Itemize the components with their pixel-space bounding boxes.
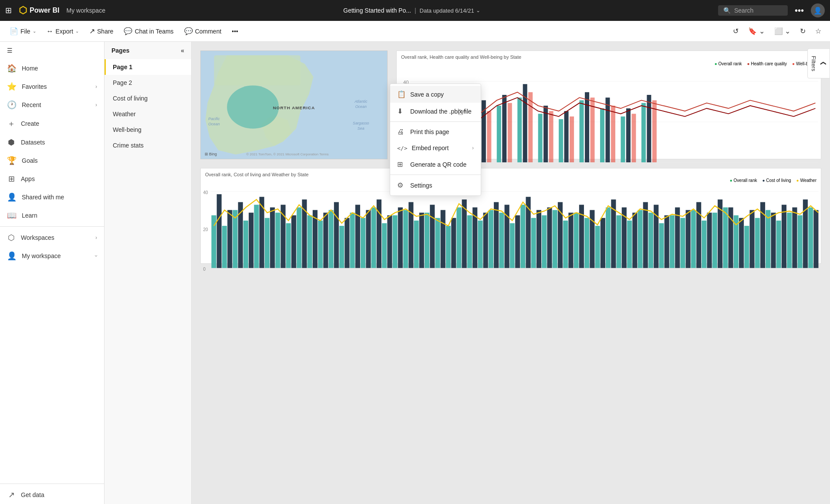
svg-rect-124 xyxy=(270,208,275,268)
svg-rect-43 xyxy=(570,117,574,162)
svg-text:Sea: Sea xyxy=(358,126,364,131)
svg-rect-85 xyxy=(456,208,461,268)
page-item-costofliving[interactable]: Cost of living xyxy=(105,91,191,106)
grid-icon[interactable]: ⊞ xyxy=(5,6,12,15)
svg-text:NORTH AMERICA: NORTH AMERICA xyxy=(273,105,315,110)
sidebar-item-create[interactable]: ＋ Create xyxy=(0,114,104,133)
svg-rect-102 xyxy=(638,210,642,268)
export-icon: ↔ xyxy=(47,27,54,35)
top-bar: ⊞ ⬡ Power BI My workspace Getting Starte… xyxy=(0,0,830,21)
sidebar-item-myworkspace[interactable]: 👤 My workspace › xyxy=(0,247,104,265)
svg-text:⊞ Bing: ⊞ Bing xyxy=(205,152,217,156)
svg-rect-53 xyxy=(641,103,646,162)
page-item-page1[interactable]: Page 1 xyxy=(105,59,191,75)
page-item-crimestats[interactable]: Crime stats xyxy=(105,138,191,153)
embed-label: Embed report xyxy=(412,144,449,151)
share-button[interactable]: ↗ Share xyxy=(85,24,118,38)
svg-rect-100 xyxy=(617,215,621,268)
svg-rect-145 xyxy=(494,202,499,268)
svg-rect-79 xyxy=(393,215,398,268)
dropdown-print[interactable]: 🖨 Print this page xyxy=(390,124,481,140)
sidebar-item-apps[interactable]: ⊞ Apps xyxy=(0,170,104,188)
more-icon: ••• xyxy=(232,28,238,35)
page-item-wellbeing[interactable]: Well-being xyxy=(105,122,191,138)
embed-submenu-icon: › xyxy=(472,145,474,151)
svg-text:Ocean: Ocean xyxy=(355,104,367,109)
sidebar-item-workspaces[interactable]: ⬡ Workspaces › xyxy=(0,228,104,247)
data-updated: Data updated 6/14/21 ⌄ xyxy=(420,7,480,14)
svg-rect-141 xyxy=(451,218,456,268)
svg-rect-66 xyxy=(254,205,259,268)
svg-rect-68 xyxy=(275,213,280,268)
title-separator: | xyxy=(415,7,416,14)
dropdown-settings[interactable]: ⚙ Settings xyxy=(390,177,481,194)
favorites-chevron-icon: › xyxy=(95,84,97,90)
fit-page-button[interactable]: ⬜ ⌄ xyxy=(771,24,794,38)
sidebar-item-home[interactable]: 🏠 Home xyxy=(0,59,104,77)
bookmark-button[interactable]: 🔖 ⌄ xyxy=(745,24,768,38)
sidebar-item-getdata[interactable]: ↗ Get data xyxy=(0,486,104,504)
file-chevron-icon: ⌄ xyxy=(33,29,36,34)
search-box[interactable]: 🔍 Search xyxy=(718,5,788,16)
dropdown-save-copy[interactable]: 📋 Save a copy xyxy=(390,86,481,103)
svg-rect-110 xyxy=(723,208,728,268)
svg-rect-173 xyxy=(792,208,797,268)
qr-label: Generate a QR code xyxy=(410,161,466,168)
refresh-button[interactable]: ↻ xyxy=(796,24,809,38)
download-icon: ⬇ xyxy=(397,107,406,115)
svg-rect-95 xyxy=(563,221,568,268)
more-options-icon[interactable]: ••• xyxy=(791,4,807,17)
share-label: Share xyxy=(97,28,113,35)
crimestats-label: Crime stats xyxy=(113,142,144,149)
dropdown-divider-1 xyxy=(390,121,481,122)
svg-rect-91 xyxy=(520,205,525,268)
svg-rect-99 xyxy=(606,208,611,268)
svg-rect-64 xyxy=(233,210,237,268)
svg-rect-54 xyxy=(647,95,651,162)
dropdown-embed-report[interactable]: </> Embed report › xyxy=(390,140,481,156)
svg-rect-33 xyxy=(502,95,506,162)
svg-rect-35 xyxy=(517,97,522,162)
comment-button[interactable]: 💬 Comment xyxy=(180,24,226,38)
file-button[interactable]: 📄 File ⌄ xyxy=(5,24,40,38)
sidebar-label-workspaces: Workspaces xyxy=(21,234,54,241)
undo-button[interactable]: ↺ xyxy=(729,24,742,38)
app-logo: ⬡ Power BI xyxy=(19,5,59,16)
sidebar-item-goals[interactable]: 🏆 Goals xyxy=(0,151,104,170)
svg-rect-44 xyxy=(580,100,584,162)
toolbar-right-icons: ↺ 🔖 ⌄ ⬜ ⌄ ↻ ☆ xyxy=(729,24,825,38)
home-icon: 🏠 xyxy=(7,64,17,73)
favorite-star-button[interactable]: ☆ xyxy=(812,24,825,38)
sidebar-collapse-button[interactable]: ☰ xyxy=(0,42,104,59)
pages-collapse-button[interactable]: « xyxy=(181,47,184,54)
page-item-page2[interactable]: Page 2 xyxy=(105,75,191,91)
export-button[interactable]: ↔ Export ⌄ xyxy=(42,25,83,38)
filter-panel-toggle[interactable]: ❮ Filters xyxy=(807,48,830,78)
filter-panel-label: Filters xyxy=(810,56,817,71)
sidebar-item-favorites[interactable]: ⭐ Favorites › xyxy=(0,77,104,96)
more-toolbar-button[interactable]: ••• xyxy=(227,25,243,37)
svg-rect-71 xyxy=(307,215,312,268)
sidebar-item-datasets[interactable]: ⬢ Datasets xyxy=(0,133,104,151)
dropdown-download-pbix[interactable]: ⬇ Download the .pbix file xyxy=(390,103,481,120)
sidebar-item-learn[interactable]: 📖 Learn xyxy=(0,206,104,225)
map-svg: NORTH AMERICA Pacific Ocean Atlantic Oce… xyxy=(201,51,387,159)
page-item-weather[interactable]: Weather xyxy=(105,106,191,122)
sidebar-label-datasets: Datasets xyxy=(21,139,45,146)
sidebar-item-recent[interactable]: 🕐 Recent › xyxy=(0,96,104,114)
svg-rect-76 xyxy=(361,218,365,268)
report-title: Getting Started with Po... | Data update… xyxy=(111,7,713,14)
svg-rect-90 xyxy=(510,223,515,268)
dropdown-qr-code[interactable]: ⊞ Generate a QR code xyxy=(390,156,481,173)
svg-rect-92 xyxy=(531,218,536,268)
chevron-down-icon[interactable]: ⌄ xyxy=(476,7,480,13)
avatar[interactable]: 👤 xyxy=(811,3,825,17)
workspace-label[interactable]: My workspace xyxy=(66,7,105,14)
svg-rect-120 xyxy=(227,210,232,268)
svg-rect-172 xyxy=(782,205,786,268)
svg-rect-108 xyxy=(702,221,706,268)
svg-rect-50 xyxy=(621,117,625,162)
chat-in-teams-button[interactable]: 💬 Chat in Teams xyxy=(119,24,178,38)
sidebar-item-shared[interactable]: 👤 Shared with me xyxy=(0,188,104,206)
map-visual: NORTH AMERICA Pacific Ocean Atlantic Oce… xyxy=(200,50,388,159)
